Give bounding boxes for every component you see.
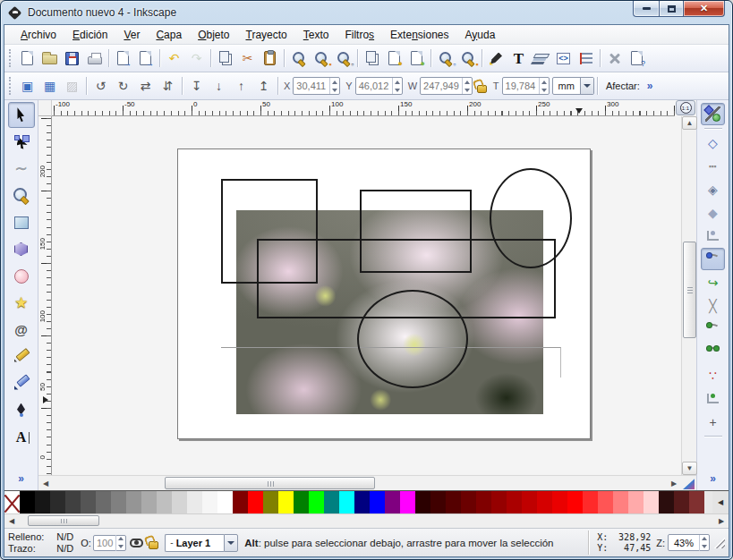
- lock-ratio-icon[interactable]: [477, 85, 487, 93]
- color-swatch[interactable]: [50, 491, 65, 513]
- menu-texto[interactable]: Texto: [296, 27, 337, 43]
- print-button[interactable]: [83, 47, 106, 70]
- color-swatch[interactable]: [567, 491, 583, 513]
- color-swatch[interactable]: [111, 491, 126, 513]
- color-swatch[interactable]: [202, 491, 217, 513]
- unlink-clone-button[interactable]: ●: [405, 47, 428, 70]
- document-properties-button[interactable]: ?: [626, 47, 648, 70]
- cut-button[interactable]: ✂: [236, 47, 259, 70]
- units-dropdown-arrow[interactable]: [580, 78, 593, 94]
- layer-dropdown-arrow[interactable]: [224, 534, 238, 552]
- units-dropdown[interactable]: mm: [552, 77, 594, 95]
- snap-cusp-nodes-button[interactable]: [701, 318, 725, 340]
- snap-enable-button[interactable]: [701, 103, 725, 125]
- snap-smooth-nodes-button[interactable]: [701, 341, 725, 363]
- scroll-up-arrow[interactable]: ▲: [682, 116, 697, 130]
- color-swatch[interactable]: [446, 491, 461, 513]
- calligraphy-tool[interactable]: [8, 397, 35, 423]
- opacity-field[interactable]: 100: [93, 535, 126, 551]
- flip-horizontal-button[interactable]: ⇄: [134, 75, 157, 98]
- find-button[interactable]: ▫: [434, 47, 456, 70]
- menu-ayuda[interactable]: Ayuda: [458, 27, 503, 43]
- zoom-tool[interactable]: [8, 182, 35, 208]
- color-swatch[interactable]: [400, 491, 415, 513]
- color-swatch[interactable]: [187, 491, 202, 513]
- xml-editor-button[interactable]: <>: [552, 47, 575, 70]
- duplicate-button[interactable]: [361, 47, 383, 70]
- menu-archivo[interactable]: Archivo: [13, 27, 64, 43]
- color-swatch[interactable]: [522, 491, 537, 513]
- flip-vertical-button[interactable]: ⇵: [157, 75, 179, 98]
- opacity-spinner[interactable]: [115, 535, 125, 551]
- toolbar-grip[interactable]: [9, 49, 13, 67]
- select-all-layers-button[interactable]: ▦: [38, 75, 61, 98]
- width-field[interactable]: 247,949: [420, 77, 473, 95]
- ellipse-tool[interactable]: [8, 263, 35, 289]
- menu-filtros[interactable]: Filtros: [337, 27, 381, 43]
- horizontal-ruler[interactable]: -100-50050100150200250300350: [52, 100, 675, 116]
- x-field[interactable]: 30,411: [293, 77, 340, 95]
- box3d-tool[interactable]: [8, 236, 35, 262]
- maximize-button[interactable]: [659, 1, 684, 17]
- text-tool[interactable]: A: [8, 424, 35, 450]
- color-swatch[interactable]: [674, 491, 689, 513]
- color-swatch[interactable]: [294, 491, 309, 513]
- create-clone-button[interactable]: ●: [383, 47, 405, 70]
- color-swatch[interactable]: [507, 491, 522, 513]
- palette-scrollbar-thumb[interactable]: [28, 515, 99, 526]
- height-spinner[interactable]: [539, 78, 549, 94]
- color-swatch[interactable]: [583, 491, 598, 513]
- menu-edición[interactable]: Edición: [65, 27, 115, 43]
- color-swatch[interactable]: [430, 491, 446, 513]
- color-swatch[interactable]: [309, 491, 324, 513]
- layer-lock-icon[interactable]: [149, 541, 158, 549]
- palette-scroll-right-arrow[interactable]: ▶: [714, 517, 729, 525]
- rotate-ccw-button[interactable]: ↺: [89, 75, 112, 98]
- color-swatch[interactable]: [263, 491, 278, 513]
- deselect-button[interactable]: ▨: [61, 75, 83, 98]
- color-swatch[interactable]: [324, 491, 339, 513]
- color-swatch[interactable]: [598, 491, 613, 513]
- horizontal-scrollbar[interactable]: ◀ ▶: [38, 475, 696, 490]
- spiral-tool[interactable]: @: [8, 317, 35, 343]
- color-swatch[interactable]: [491, 491, 507, 513]
- select-all-button[interactable]: ▣: [16, 75, 38, 98]
- vertical-scrollbar[interactable]: ▲ ▼: [681, 116, 696, 475]
- bezier-tool[interactable]: [8, 370, 35, 396]
- tweak-tool[interactable]: ∼: [8, 156, 35, 182]
- preferences-button[interactable]: [603, 47, 626, 70]
- document-page[interactable]: [177, 148, 591, 439]
- snap-nodes-button[interactable]: [701, 248, 725, 270]
- align-distribute-button[interactable]: [575, 47, 597, 70]
- layer-visibility-eye-icon[interactable]: [130, 539, 143, 547]
- ellipse-shape-2[interactable]: [357, 290, 468, 388]
- y-spinner[interactable]: [392, 78, 402, 94]
- copy-button[interactable]: [214, 47, 236, 70]
- color-swatch[interactable]: [613, 491, 628, 513]
- zoom-page-button[interactable]: ▫: [332, 47, 354, 70]
- zoom-field[interactable]: 43%: [668, 534, 710, 551]
- redo-button[interactable]: ↷: [185, 47, 208, 70]
- scroll-down-arrow[interactable]: ▼: [682, 462, 697, 475]
- color-swatch[interactable]: [141, 491, 157, 513]
- width-spinner[interactable]: [462, 78, 472, 94]
- color-swatch[interactable]: [233, 491, 248, 513]
- snap-object-centers-button[interactable]: [701, 387, 725, 410]
- color-swatch[interactable]: [96, 491, 111, 513]
- selector-tool[interactable]: [8, 102, 35, 128]
- snap-page-border-button[interactable]: +: [701, 411, 725, 433]
- color-swatch[interactable]: [385, 491, 400, 513]
- title-bar[interactable]: Documento nuevo 4 - Inkscape ✕: [1, 1, 732, 24]
- zoom-1-1-button[interactable]: 1:1: [676, 100, 695, 115]
- color-swatch[interactable]: [552, 491, 567, 513]
- export-button[interactable]: →: [134, 47, 157, 70]
- color-swatch[interactable]: [35, 491, 50, 513]
- y-field[interactable]: 46,012: [355, 77, 403, 95]
- color-management-icon[interactable]: [683, 478, 695, 489]
- color-swatch[interactable]: [354, 491, 370, 513]
- canvas-viewport[interactable]: [52, 116, 681, 475]
- import-button[interactable]: →: [112, 47, 134, 70]
- node-tool[interactable]: [8, 129, 35, 155]
- snap-paths-button[interactable]: ↪: [701, 271, 725, 293]
- star-tool[interactable]: ★: [8, 290, 35, 316]
